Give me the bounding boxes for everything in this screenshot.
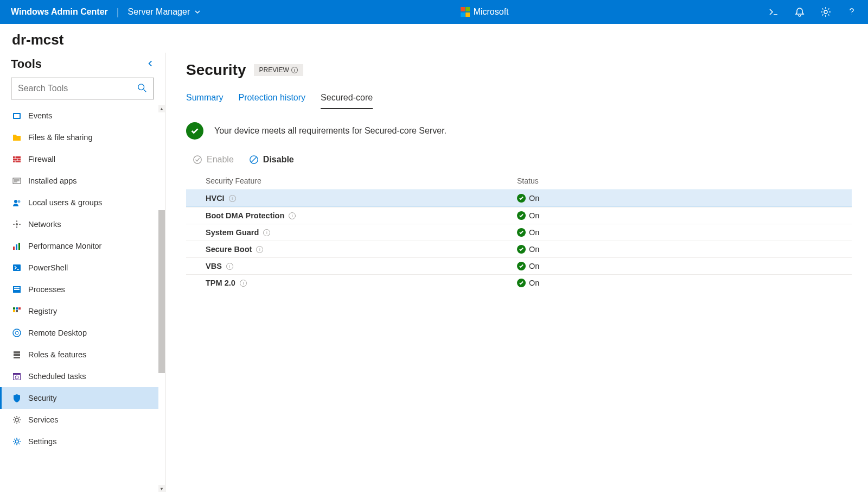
powershell-icon [12,263,22,273]
table-row[interactable]: HVCI iOn [186,190,852,207]
brand-text: Microsoft [474,7,509,17]
svg-rect-4 [13,156,21,162]
sidebar-item-rdp[interactable]: Remote Desktop [0,322,165,344]
sidebar-item-firewall[interactable]: Firewall [0,148,165,170]
svg-point-0 [824,10,827,14]
sidebar-item-label: Networks [28,220,61,229]
settings-icon [12,437,22,446]
disable-icon [249,155,259,165]
info-icon[interactable]: i [263,229,270,236]
sidebar-item-files[interactable]: Files & file sharing [0,127,165,148]
context-dropdown[interactable]: Server Manager [128,7,201,17]
tool-list[interactable]: ▲ EventsFiles & file sharingFirewallInst… [0,105,165,492]
sidebar-item-powershell[interactable]: PowerShell [0,257,165,279]
console-icon[interactable] [768,7,779,17]
svg-point-1 [138,84,144,90]
sidebar-item-label: Performance Monitor [28,242,101,250]
col-status-header: Status [517,176,832,185]
check-icon [517,211,526,220]
feature-status: On [517,262,832,270]
feature-status: On [517,211,832,220]
help-icon[interactable] [846,7,857,17]
chevron-down-icon [194,9,201,15]
tab-secured-core[interactable]: Secured-core [321,90,373,109]
info-icon[interactable]: i [226,263,233,270]
scroll-down-icon[interactable]: ▼ [158,485,165,492]
security-icon [12,393,22,403]
feature-status: On [517,279,832,287]
sidebar-item-label: Scheduled tasks [28,372,86,381]
roles-icon [12,350,22,359]
sidebar-item-processes[interactable]: Processes [0,279,165,300]
search-icon[interactable] [137,83,147,94]
info-icon[interactable]: i [256,246,263,253]
search-input[interactable] [18,84,137,93]
info-icon[interactable]: i [291,67,298,73]
check-icon [517,194,526,203]
table-row[interactable]: Boot DMA Protection iOn [186,207,852,224]
svg-point-22 [15,331,18,335]
feature-table: HVCI iOnBoot DMA Protection iOnSystem Gu… [186,190,852,291]
sidebar-item-scheduled[interactable]: Scheduled tasks [0,365,165,387]
sidebar-item-events[interactable]: Events [0,105,165,127]
table-row[interactable]: VBS iOn [186,257,852,274]
feature-status: On [517,228,832,237]
info-icon[interactable]: i [229,195,236,202]
feature-name: Secure Boot i [206,245,517,254]
sidebar-item-roles[interactable]: Roles & features [0,344,165,365]
collapse-sidebar-icon[interactable] [146,60,154,69]
product-title[interactable]: Windows Admin Center [11,7,108,17]
table-row[interactable]: Secure Boot iOn [186,241,852,257]
notifications-icon[interactable] [794,7,805,17]
svg-point-7 [18,200,21,203]
sidebar-item-security[interactable]: Security [0,387,165,409]
sidebar-item-label: Installed apps [28,176,76,185]
svg-rect-9 [13,247,15,250]
sidebar-item-registry[interactable]: Registry [0,300,165,322]
sidebar-item-label: Registry [28,307,57,316]
tab-summary[interactable]: Summary [186,90,223,109]
search-input-container[interactable] [11,78,154,99]
settings-icon[interactable] [820,7,831,17]
feature-name: TPM 2.0 i [206,279,517,287]
disable-button[interactable]: Disable [249,155,294,165]
server-header: dr-mcst [0,24,868,53]
sidebar-item-apps[interactable]: Installed apps [0,170,165,192]
tools-title: Tools [11,57,42,71]
perf-icon [12,241,22,251]
sidebar-item-settings[interactable]: Settings [0,431,165,452]
context-label: Server Manager [128,7,190,17]
sidebar-item-users[interactable]: Local users & groups [0,192,165,213]
status-banner: Your device meets all requirements for S… [186,122,852,140]
apps-icon [12,176,22,186]
table-row[interactable]: System Guard iOn [186,224,852,241]
sidebar-item-perf[interactable]: Performance Monitor [0,235,165,257]
svg-rect-18 [18,307,21,310]
info-icon[interactable]: i [289,212,296,219]
svg-rect-16 [13,307,15,310]
sidebar: Tools ▲ EventsFiles & file sharingFirewa… [0,53,165,492]
check-icon [517,245,526,254]
scroll-up-icon[interactable]: ▲ [158,105,165,112]
feature-name: Boot DMA Protection i [206,211,517,220]
info-icon[interactable]: i [240,280,247,287]
tab-protection-history[interactable]: Protection history [238,90,305,109]
action-bar: Enable Disable [186,155,852,172]
col-feature-header: Security Feature [206,176,517,185]
feature-status: On [517,245,832,254]
scroll-thumb[interactable] [158,210,165,373]
divider: | [117,7,119,18]
rdp-icon [12,328,22,338]
svg-rect-23 [14,351,20,354]
sidebar-item-label: PowerShell [28,263,68,272]
status-message: Your device meets all requirements for S… [214,126,446,136]
svg-rect-3 [14,114,20,118]
table-row[interactable]: TPM 2.0 iOn [186,274,852,291]
sidebar-item-services[interactable]: Services [0,409,165,431]
sidebar-item-networks[interactable]: Networks [0,213,165,235]
svg-rect-20 [16,310,18,312]
feature-name: HVCI i [206,194,517,203]
svg-point-29 [15,418,18,421]
top-header: Windows Admin Center | Server Manager Mi… [0,0,868,24]
sidebar-item-label: Local users & groups [28,198,102,207]
